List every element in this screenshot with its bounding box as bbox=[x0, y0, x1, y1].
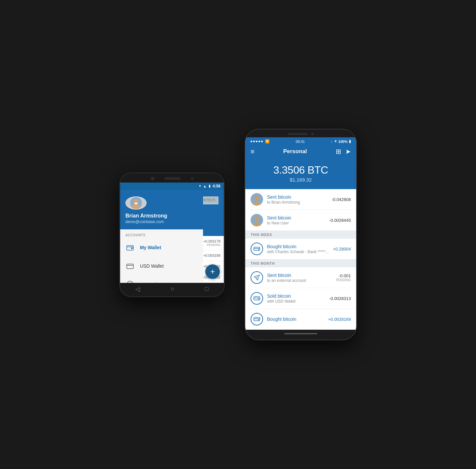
svg-rect-22 bbox=[254, 297, 260, 300]
ios-battery: 100% bbox=[338, 140, 348, 144]
tx-title-0: Sent bitcoin bbox=[267, 194, 327, 200]
home-indicator[interactable] bbox=[284, 333, 317, 334]
iphone: 🛜 09:41 ↑ ✴ 100% ▮ ≡ Personal ⊞ ➤ bbox=[245, 129, 357, 340]
android-user-avatar bbox=[125, 196, 147, 210]
android-screen: ▾ ▲ ▮ 4:56 +0.00079575 +0.003 bbox=[120, 183, 224, 283]
usd-wallet-label: USD Wallet bbox=[140, 263, 164, 269]
tx-amount-5: +0.0028169 bbox=[328, 317, 351, 322]
tx-subtitle-0: to Brian Armstrong bbox=[267, 200, 327, 205]
wallet-svg bbox=[126, 245, 134, 251]
signal-dot-2 bbox=[253, 141, 255, 142]
tx-avatar-1 bbox=[251, 214, 263, 226]
my-wallet-label: My Wallet bbox=[140, 245, 161, 250]
android-phone: ▾ ▲ ▮ 4:56 +0.00079575 +0.003 bbox=[119, 172, 225, 297]
svg-point-18 bbox=[255, 216, 259, 221]
android-fab-button[interactable]: + bbox=[205, 264, 220, 279]
android-user-name: Brian Armstrong bbox=[125, 213, 198, 219]
drawer-item-my-wallet[interactable]: My Wallet bbox=[120, 238, 203, 257]
ios-tx-item-2[interactable]: Bought bitcoinwith Charles Schwab - Bank… bbox=[245, 239, 356, 259]
wifi-icon: 🛜 bbox=[265, 139, 270, 144]
tx-bg-amount-2: +0.003189 bbox=[203, 253, 221, 257]
android-back-button[interactable]: ◁ bbox=[135, 285, 140, 293]
bluetooth-icon: ✴ bbox=[334, 139, 337, 144]
tx-amount-3: -0.001 bbox=[336, 273, 351, 278]
drawer-item-my-vault[interactable]: My Vault bbox=[120, 275, 203, 283]
ios-tx-item-1[interactable]: Sent bitcointo New User-0.0028445 bbox=[245, 210, 356, 231]
signal-dot-4 bbox=[258, 141, 260, 142]
iphone-speaker-icon bbox=[288, 133, 308, 135]
android-nav-bar: ◁ ○ □ bbox=[120, 283, 224, 296]
tx-amount-2: +0.28004 bbox=[333, 247, 351, 251]
svg-rect-5 bbox=[131, 248, 133, 249]
tx-amount-col-3: -0.001PENDING bbox=[336, 273, 351, 282]
tx-subtitle-3: to an external account bbox=[267, 278, 332, 283]
accounts-section-label: ACCOUNTS bbox=[120, 229, 203, 238]
ios-nav-actions: ⊞ ➤ bbox=[336, 148, 351, 155]
tx-amount-col-1: -0.0028445 bbox=[329, 218, 351, 223]
vault-icon bbox=[125, 280, 135, 283]
tx-info-5: Bought bitcoin bbox=[267, 317, 324, 322]
tx-amount-4: -0.0028313 bbox=[329, 296, 351, 301]
svg-point-21 bbox=[258, 249, 259, 250]
ios-section-header-3: THIS MONTH bbox=[245, 259, 356, 267]
android-home-button[interactable]: ○ bbox=[171, 285, 174, 292]
tx-title-5: Bought bitcoin bbox=[267, 317, 324, 322]
ios-tx-item-5[interactable]: Bought bitcoin+0.0028169 bbox=[245, 309, 356, 330]
signal-dot-3 bbox=[256, 141, 257, 142]
tx-info-4: Sold bitcoinwith USD Wallet bbox=[267, 293, 325, 304]
ios-tx-item-4[interactable]: Sold bitcoinwith USD Wallet-0.0028313 bbox=[245, 288, 356, 309]
tx-bg-pending-1: PENDING bbox=[203, 243, 221, 247]
tx-icon-5 bbox=[251, 313, 263, 325]
ios-balance-btc: 3.3506 BTC bbox=[252, 164, 350, 176]
tx-icon-4 bbox=[251, 292, 263, 305]
ios-section-header-2: THIS WEEK bbox=[245, 231, 356, 239]
iphone-top bbox=[245, 129, 356, 137]
drawer-header: Brian Armstrong demo@coinbase.com bbox=[120, 190, 203, 229]
tx-subtitle-2: with Charles Schwab - Bank *****... bbox=[267, 250, 329, 254]
signal-icon: ▲ bbox=[203, 184, 207, 188]
tx-amount-0: -0.042808 bbox=[331, 197, 351, 202]
ios-send-button[interactable]: ➤ bbox=[345, 148, 351, 155]
ios-nav-title: Personal bbox=[283, 148, 307, 155]
android-camera-icon bbox=[151, 177, 154, 181]
tx-subtitle-4: with USD Wallet bbox=[267, 299, 325, 304]
android-speaker-icon bbox=[164, 177, 181, 180]
tx-icon-3 bbox=[251, 271, 263, 284]
android-recents-button[interactable]: □ bbox=[205, 285, 209, 292]
android-main: +0.00079575 +0.003178 PENDING +0.003189 bbox=[120, 190, 224, 283]
ios-menu-button[interactable]: ≡ bbox=[251, 148, 255, 155]
usd-wallet-svg bbox=[126, 263, 134, 269]
iphone-camera-icon bbox=[311, 133, 314, 135]
svg-rect-24 bbox=[254, 318, 260, 321]
svg-point-25 bbox=[258, 319, 259, 320]
tx-amount-col-4: -0.0028313 bbox=[329, 296, 351, 301]
ios-qr-button[interactable]: ⊞ bbox=[336, 148, 341, 155]
tx-avatar-0 bbox=[251, 193, 263, 206]
ios-signal-area: 🛜 bbox=[251, 139, 270, 144]
avatar-svg bbox=[126, 197, 146, 209]
ios-nav-bar: ≡ Personal ⊞ ➤ bbox=[245, 145, 356, 159]
android-time: 4:56 bbox=[213, 184, 221, 188]
scene: ▾ ▲ ▮ 4:56 +0.00079575 +0.003 bbox=[106, 116, 370, 353]
vault-svg bbox=[126, 281, 134, 283]
tx-info-2: Bought bitcoinwith Charles Schwab - Bank… bbox=[267, 244, 329, 254]
drawer-item-usd-wallet[interactable]: USD Wallet bbox=[120, 257, 203, 275]
location-icon: ↑ bbox=[331, 140, 333, 144]
tx-title-2: Bought bitcoin bbox=[267, 244, 329, 249]
battery-icon: ▮ bbox=[209, 184, 211, 188]
wifi-icon: ▾ bbox=[199, 184, 201, 188]
android-status-bar: ▾ ▲ ▮ 4:56 bbox=[120, 183, 224, 190]
tx-amount-col-5: +0.0028169 bbox=[328, 317, 351, 322]
iphone-bottom bbox=[245, 330, 356, 340]
usd-wallet-icon bbox=[125, 261, 135, 271]
svg-point-15 bbox=[255, 195, 259, 200]
svg-rect-6 bbox=[127, 264, 133, 269]
ios-tx-item-0[interactable]: Sent bitcointo Brian Armstrong-0.042808 bbox=[245, 189, 356, 210]
ios-status-bar: 🛜 09:41 ↑ ✴ 100% ▮ bbox=[245, 137, 356, 145]
battery-icon: ▮ bbox=[349, 139, 351, 144]
tx-title-1: Sent bitcoin bbox=[267, 215, 325, 220]
svg-rect-3 bbox=[135, 202, 138, 204]
android-drawer: Brian Armstrong demo@coinbase.com ACCOUN… bbox=[120, 190, 203, 283]
tx-subtitle-1: to New User bbox=[267, 221, 325, 225]
ios-tx-item-3[interactable]: Sent bitcointo an external account-0.001… bbox=[245, 267, 356, 288]
